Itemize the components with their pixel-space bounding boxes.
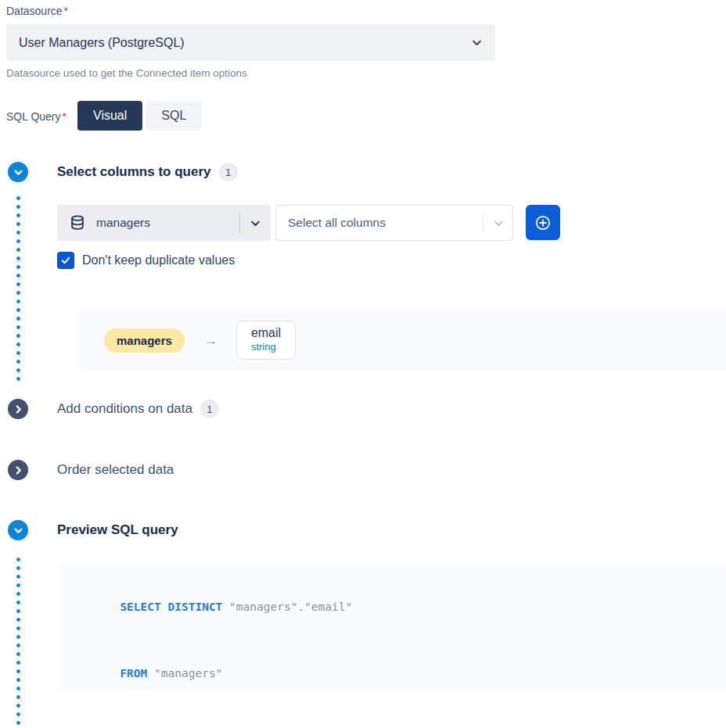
sql-query-label: SQL Query* — [6, 110, 66, 123]
sql-identifiers: "managers"."email" — [222, 601, 352, 613]
section-order-header: Order selected data — [8, 460, 174, 480]
chevron-down-icon — [493, 217, 505, 229]
tab-sql[interactable]: SQL — [146, 101, 202, 131]
chevron-down-icon — [250, 217, 261, 229]
column-name: email — [251, 326, 281, 340]
datasource-config-form: Datasource* User Managers (PostgreSQL) D… — [0, 0, 726, 728]
section-connector-line — [16, 194, 20, 383]
section-conditions-header: Add conditions on data 1 — [8, 399, 219, 419]
section-title: Preview SQL query — [57, 522, 178, 538]
sql-query-label-text: SQL Query — [6, 110, 61, 123]
section-preview-header: Preview SQL query — [8, 520, 178, 540]
distinct-checkbox-label: Don't keep duplicate values — [82, 253, 235, 267]
divider — [483, 213, 483, 233]
datasource-helper-text: Datasource used to get the Connected ite… — [6, 67, 247, 79]
collapse-section-icon[interactable] — [8, 520, 28, 540]
sql-keyword: SELECT DISTINCT — [120, 601, 222, 613]
required-asterisk: * — [64, 5, 68, 17]
column-mapping-preview: managers → email string — [78, 309, 726, 371]
chevron-down-icon — [471, 37, 483, 48]
sql-line-where: WHERE "managers"."assets" = '$issue.conn… — [79, 716, 726, 728]
table-select-value: managers — [96, 216, 239, 230]
table-tag: managers — [104, 328, 185, 353]
plus-circle-icon — [534, 213, 552, 232]
columns-select-placeholder: Select all columns — [288, 216, 483, 230]
sql-line-select: SELECT DISTINCT "managers"."email" — [79, 583, 726, 630]
sql-line-from: FROM "managers" — [79, 650, 726, 697]
section-count-badge: 1 — [219, 163, 238, 181]
expand-section-icon[interactable] — [8, 399, 28, 419]
arrow-right-icon: → — [203, 332, 217, 349]
section-title: Order selected data — [57, 462, 174, 478]
sql-keyword: FROM — [120, 667, 147, 680]
datasource-label-text: Datasource — [6, 5, 63, 17]
sql-identifiers: "managers" — [147, 667, 222, 680]
datasource-label: Datasource* — [6, 5, 68, 17]
collapse-section-icon[interactable] — [8, 162, 28, 182]
columns-select[interactable]: Select all columns — [275, 205, 513, 241]
distinct-checkbox-row: Don't keep duplicate values — [57, 252, 235, 269]
column-card: email string — [236, 321, 296, 360]
section-select-columns-header: Select columns to query 1 — [8, 162, 238, 182]
table-select[interactable]: managers — [57, 205, 271, 241]
datasource-select-value: User Managers (PostgreSQL) — [19, 36, 471, 50]
section-count-badge: 1 — [200, 400, 219, 418]
required-asterisk: * — [63, 110, 66, 123]
tab-visual[interactable]: Visual — [77, 101, 142, 131]
database-icon — [69, 214, 86, 231]
divider — [239, 213, 240, 233]
expand-section-icon[interactable] — [8, 460, 28, 480]
section-connector-line — [16, 555, 20, 728]
column-type: string — [251, 341, 281, 353]
query-mode-tabs: Visual SQL — [77, 101, 202, 131]
datasource-select[interactable]: User Managers (PostgreSQL) — [6, 24, 495, 61]
section-title: Add conditions on data — [57, 401, 192, 417]
distinct-checkbox[interactable] — [57, 252, 74, 269]
add-column-set-button[interactable] — [526, 205, 560, 240]
sql-preview-code: SELECT DISTINCT "managers"."email" FROM … — [57, 565, 726, 691]
section-title: Select columns to query — [57, 164, 211, 180]
